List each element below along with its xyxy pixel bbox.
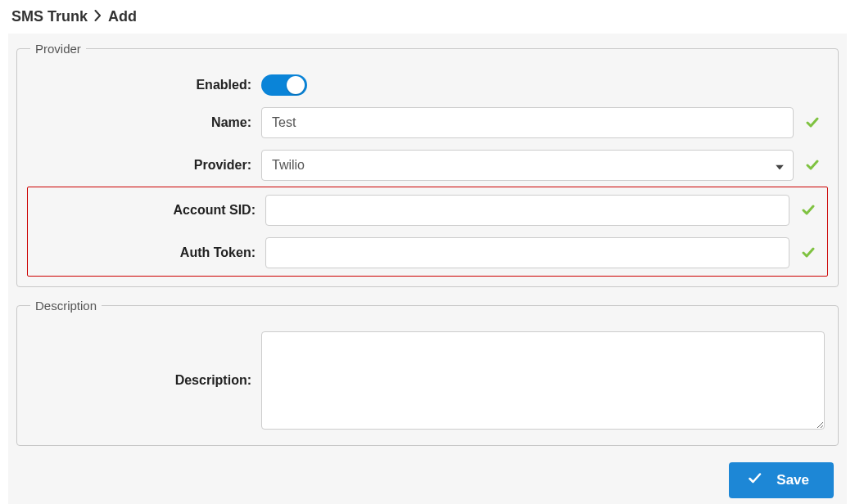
- provider-legend: Provider: [30, 42, 86, 56]
- description-section: Description Description:: [16, 299, 839, 446]
- auth-token-label: Auth Token:: [34, 245, 265, 260]
- toggle-knob: [287, 76, 305, 94]
- provider-select[interactable]: Twilio: [261, 150, 794, 181]
- check-icon: [796, 246, 821, 259]
- auth-token-input[interactable]: [265, 237, 789, 268]
- check-icon: [800, 116, 825, 129]
- provider-section: Provider Enabled: Name:: [16, 42, 839, 287]
- breadcrumb-current: Add: [108, 8, 137, 25]
- check-icon: [749, 472, 762, 488]
- name-label: Name:: [30, 115, 261, 130]
- breadcrumb: SMS Trunk Add: [8, 5, 847, 34]
- description-legend: Description: [30, 299, 102, 313]
- save-button[interactable]: Save: [729, 462, 834, 498]
- credentials-highlight-box: Account SID: Auth Token:: [27, 187, 828, 277]
- save-button-label: Save: [776, 472, 809, 488]
- check-icon: [800, 159, 825, 172]
- enabled-label: Enabled:: [30, 78, 261, 92]
- account-sid-input[interactable]: [265, 195, 789, 226]
- chevron-right-icon: [94, 10, 102, 25]
- enabled-toggle[interactable]: [261, 74, 307, 96]
- name-input[interactable]: [261, 107, 794, 138]
- description-label: Description:: [30, 373, 261, 388]
- breadcrumb-root[interactable]: SMS Trunk: [11, 8, 88, 25]
- account-sid-label: Account SID:: [34, 203, 265, 218]
- check-icon: [796, 204, 821, 217]
- provider-label: Provider:: [30, 158, 261, 173]
- description-textarea[interactable]: [261, 331, 825, 430]
